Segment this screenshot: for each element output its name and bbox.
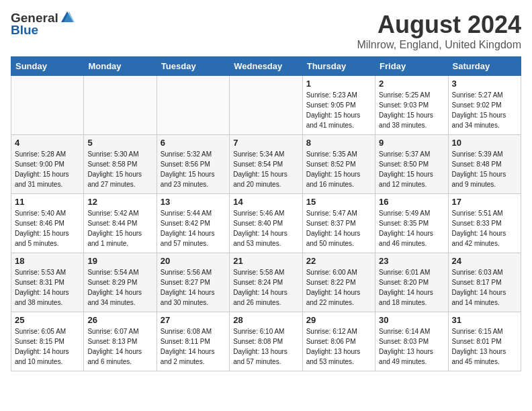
calendar-cell: 18Sunrise: 5:53 AM Sunset: 8:31 PM Dayli… xyxy=(11,253,84,312)
day-info: Sunrise: 5:32 AM Sunset: 8:56 PM Dayligh… xyxy=(161,149,226,189)
calendar-cell: 23Sunrise: 6:01 AM Sunset: 8:20 PM Dayli… xyxy=(375,253,448,312)
day-info: Sunrise: 5:46 AM Sunset: 8:40 PM Dayligh… xyxy=(233,208,298,248)
calendar-cell: 1Sunrise: 5:23 AM Sunset: 9:05 PM Daylig… xyxy=(302,76,375,135)
calendar-cell: 27Sunrise: 6:08 AM Sunset: 8:11 PM Dayli… xyxy=(157,312,229,371)
calendar-cell: 22Sunrise: 6:00 AM Sunset: 8:22 PM Dayli… xyxy=(302,253,375,312)
day-info: Sunrise: 6:03 AM Sunset: 8:17 PM Dayligh… xyxy=(452,267,517,308)
day-info: Sunrise: 5:47 AM Sunset: 8:37 PM Dayligh… xyxy=(306,208,371,248)
calendar-cell xyxy=(11,76,84,135)
day-info: Sunrise: 5:27 AM Sunset: 9:02 PM Dayligh… xyxy=(452,90,517,130)
week-row-4: 18Sunrise: 5:53 AM Sunset: 8:31 PM Dayli… xyxy=(11,253,521,312)
week-row-2: 4Sunrise: 5:28 AM Sunset: 9:00 PM Daylig… xyxy=(11,135,521,194)
calendar-cell: 16Sunrise: 5:49 AM Sunset: 8:35 PM Dayli… xyxy=(375,194,448,253)
day-info: Sunrise: 5:54 AM Sunset: 8:29 PM Dayligh… xyxy=(87,267,152,308)
calendar-cell: 14Sunrise: 5:46 AM Sunset: 8:40 PM Dayli… xyxy=(230,194,302,253)
day-info: Sunrise: 6:01 AM Sunset: 8:20 PM Dayligh… xyxy=(379,267,444,308)
calendar-cell: 29Sunrise: 6:12 AM Sunset: 8:06 PM Dayli… xyxy=(302,312,375,371)
day-info: Sunrise: 5:42 AM Sunset: 8:44 PM Dayligh… xyxy=(87,208,152,248)
day-number: 31 xyxy=(452,315,517,325)
day-number: 27 xyxy=(161,315,226,325)
logo: General Blue xyxy=(11,11,75,38)
day-number: 24 xyxy=(452,256,517,266)
day-number: 19 xyxy=(87,256,152,266)
calendar-cell: 3Sunrise: 5:27 AM Sunset: 9:02 PM Daylig… xyxy=(448,76,521,135)
day-number: 17 xyxy=(452,197,517,207)
calendar-cell xyxy=(230,76,302,135)
day-number: 26 xyxy=(87,315,152,325)
day-info: Sunrise: 5:40 AM Sunset: 8:46 PM Dayligh… xyxy=(15,208,80,248)
day-info: Sunrise: 5:35 AM Sunset: 8:52 PM Dayligh… xyxy=(306,149,371,189)
day-number: 29 xyxy=(306,315,371,325)
day-info: Sunrise: 6:08 AM Sunset: 8:11 PM Dayligh… xyxy=(161,326,226,367)
day-info: Sunrise: 6:12 AM Sunset: 8:06 PM Dayligh… xyxy=(306,326,371,367)
day-number: 10 xyxy=(452,138,517,148)
weekday-header-monday: Monday xyxy=(84,57,157,76)
calendar-cell: 9Sunrise: 5:37 AM Sunset: 8:50 PM Daylig… xyxy=(375,135,448,194)
calendar-cell: 2Sunrise: 5:25 AM Sunset: 9:03 PM Daylig… xyxy=(375,76,448,135)
calendar-cell: 30Sunrise: 6:14 AM Sunset: 8:03 PM Dayli… xyxy=(375,312,448,371)
day-number: 21 xyxy=(233,256,298,266)
calendar-cell: 11Sunrise: 5:40 AM Sunset: 8:46 PM Dayli… xyxy=(11,194,84,253)
calendar-cell: 19Sunrise: 5:54 AM Sunset: 8:29 PM Dayli… xyxy=(84,253,157,312)
weekday-header-row: SundayMondayTuesdayWednesdayThursdayFrid… xyxy=(11,57,521,76)
logo-blue: Blue xyxy=(11,23,38,38)
week-row-3: 11Sunrise: 5:40 AM Sunset: 8:46 PM Dayli… xyxy=(11,194,521,253)
calendar-cell: 17Sunrise: 5:51 AM Sunset: 8:33 PM Dayli… xyxy=(448,194,521,253)
day-number: 2 xyxy=(379,79,444,89)
week-row-5: 25Sunrise: 6:05 AM Sunset: 8:15 PM Dayli… xyxy=(11,312,521,371)
day-info: Sunrise: 5:28 AM Sunset: 9:00 PM Dayligh… xyxy=(15,149,80,189)
day-number: 11 xyxy=(15,197,80,207)
day-number: 16 xyxy=(379,197,444,207)
calendar-cell: 20Sunrise: 5:56 AM Sunset: 8:27 PM Dayli… xyxy=(157,253,229,312)
calendar-cell: 24Sunrise: 6:03 AM Sunset: 8:17 PM Dayli… xyxy=(448,253,521,312)
weekday-header-thursday: Thursday xyxy=(302,57,375,76)
calendar-cell: 5Sunrise: 5:30 AM Sunset: 8:58 PM Daylig… xyxy=(84,135,157,194)
month-year: August 2024 xyxy=(357,11,521,39)
calendar-cell: 10Sunrise: 5:39 AM Sunset: 8:48 PM Dayli… xyxy=(448,135,521,194)
day-info: Sunrise: 6:05 AM Sunset: 8:15 PM Dayligh… xyxy=(15,326,80,367)
day-info: Sunrise: 5:51 AM Sunset: 8:33 PM Dayligh… xyxy=(452,208,517,248)
day-info: Sunrise: 6:14 AM Sunset: 8:03 PM Dayligh… xyxy=(379,326,444,367)
day-number: 28 xyxy=(233,315,298,325)
day-info: Sunrise: 5:49 AM Sunset: 8:35 PM Dayligh… xyxy=(379,208,444,248)
day-number: 7 xyxy=(233,138,298,148)
calendar-cell: 13Sunrise: 5:44 AM Sunset: 8:42 PM Dayli… xyxy=(157,194,229,253)
calendar-table: SundayMondayTuesdayWednesdayThursdayFrid… xyxy=(11,56,521,371)
day-number: 18 xyxy=(15,256,80,266)
day-number: 1 xyxy=(306,79,371,89)
day-number: 12 xyxy=(87,197,152,207)
day-number: 13 xyxy=(161,197,226,207)
weekday-header-friday: Friday xyxy=(375,57,448,76)
calendar-cell: 25Sunrise: 6:05 AM Sunset: 8:15 PM Dayli… xyxy=(11,312,84,371)
calendar-cell xyxy=(84,76,157,135)
day-info: Sunrise: 5:37 AM Sunset: 8:50 PM Dayligh… xyxy=(379,149,444,189)
day-number: 14 xyxy=(233,197,298,207)
day-number: 23 xyxy=(379,256,444,266)
day-info: Sunrise: 6:10 AM Sunset: 8:08 PM Dayligh… xyxy=(233,326,298,367)
day-info: Sunrise: 6:00 AM Sunset: 8:22 PM Dayligh… xyxy=(306,267,371,308)
day-number: 30 xyxy=(379,315,444,325)
calendar-cell: 15Sunrise: 5:47 AM Sunset: 8:37 PM Dayli… xyxy=(302,194,375,253)
day-info: Sunrise: 5:34 AM Sunset: 8:54 PM Dayligh… xyxy=(233,149,298,189)
day-number: 20 xyxy=(161,256,226,266)
day-number: 9 xyxy=(379,138,444,148)
day-info: Sunrise: 5:44 AM Sunset: 8:42 PM Dayligh… xyxy=(161,208,226,248)
day-info: Sunrise: 5:23 AM Sunset: 9:05 PM Dayligh… xyxy=(306,90,371,130)
weekday-header-saturday: Saturday xyxy=(448,57,521,76)
day-info: Sunrise: 6:07 AM Sunset: 8:13 PM Dayligh… xyxy=(87,326,152,367)
day-number: 25 xyxy=(15,315,80,325)
week-row-1: 1Sunrise: 5:23 AM Sunset: 9:05 PM Daylig… xyxy=(11,76,521,135)
title-section: August 2024 Milnrow, England, United Kin… xyxy=(357,11,521,51)
day-number: 22 xyxy=(306,256,371,266)
calendar-cell: 8Sunrise: 5:35 AM Sunset: 8:52 PM Daylig… xyxy=(302,135,375,194)
day-info: Sunrise: 5:30 AM Sunset: 8:58 PM Dayligh… xyxy=(87,149,152,189)
day-info: Sunrise: 6:15 AM Sunset: 8:01 PM Dayligh… xyxy=(452,326,517,367)
weekday-header-sunday: Sunday xyxy=(11,57,84,76)
calendar-cell: 6Sunrise: 5:32 AM Sunset: 8:56 PM Daylig… xyxy=(157,135,229,194)
day-number: 4 xyxy=(15,138,80,148)
calendar-cell: 7Sunrise: 5:34 AM Sunset: 8:54 PM Daylig… xyxy=(230,135,302,194)
logo-icon xyxy=(60,10,75,25)
day-info: Sunrise: 5:25 AM Sunset: 9:03 PM Dayligh… xyxy=(379,90,444,130)
day-info: Sunrise: 5:58 AM Sunset: 8:24 PM Dayligh… xyxy=(233,267,298,308)
day-number: 5 xyxy=(87,138,152,148)
